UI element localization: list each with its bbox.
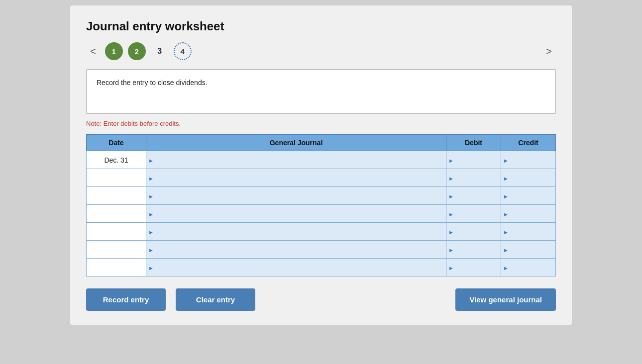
nav-row: < 1 2 3 4 > (86, 42, 556, 60)
buttons-row: Record entry Clear entry View general jo… (86, 288, 556, 311)
cell-arrow-credit: ► (503, 193, 509, 199)
credit-cell-1[interactable]: ► (501, 169, 556, 187)
credit-cell-6[interactable]: ► (501, 259, 556, 276)
table-row: ►►► (87, 223, 556, 241)
table-row: ►►► (87, 205, 556, 223)
debit-cell-1[interactable]: ► (446, 169, 501, 187)
cell-arrow-credit: ► (503, 229, 509, 235)
cell-arrow-debit: ► (448, 193, 454, 199)
step-3[interactable]: 3 (151, 42, 169, 60)
credit-cell-3[interactable]: ► (501, 205, 556, 223)
date-cell-6 (87, 259, 146, 276)
cell-arrow-debit: ► (448, 176, 454, 182)
next-arrow[interactable]: > (542, 44, 556, 59)
credit-cell-2[interactable]: ► (501, 187, 556, 205)
date-cell-5 (87, 241, 146, 259)
table-row: ►►► (87, 187, 556, 205)
description-box: Record the entry to close dividends. (86, 69, 556, 114)
step-2[interactable]: 2 (128, 42, 146, 60)
worksheet-card: Journal entry worksheet < 1 2 3 4 > Reco… (70, 5, 572, 325)
col-header-debit: Debit (446, 135, 501, 151)
step-4[interactable]: 4 (174, 42, 192, 60)
prev-arrow[interactable]: < (86, 44, 100, 59)
view-general-journal-button[interactable]: View general journal (455, 288, 556, 311)
cell-arrow-journal: ► (148, 193, 154, 199)
page-title: Journal entry worksheet (86, 19, 556, 33)
cell-arrow-debit: ► (448, 247, 454, 253)
table-row: ►►► (87, 169, 556, 187)
debit-cell-4[interactable]: ► (446, 223, 501, 241)
credit-cell-4[interactable]: ► (501, 223, 556, 241)
cell-arrow-journal: ► (148, 211, 154, 217)
table-row: ►►► (87, 259, 556, 276)
cell-arrow-debit: ► (448, 229, 454, 235)
debit-cell-5[interactable]: ► (446, 241, 501, 259)
date-cell-2 (87, 187, 146, 205)
table-row: ►►► (87, 241, 556, 259)
cell-arrow-credit: ► (503, 247, 509, 253)
clear-entry-button[interactable]: Clear entry (176, 288, 255, 311)
credit-cell-5[interactable]: ► (501, 241, 556, 259)
debit-cell-0[interactable]: ► (446, 151, 501, 169)
col-header-credit: Credit (501, 135, 556, 151)
date-cell-1 (87, 169, 146, 187)
debit-cell-2[interactable]: ► (446, 187, 501, 205)
cell-arrow-journal: ► (148, 265, 154, 271)
cell-arrow-credit: ► (503, 211, 509, 217)
credit-cell-0[interactable]: ► (501, 151, 556, 169)
journal-cell-6[interactable]: ► (146, 259, 446, 276)
journal-cell-4[interactable]: ► (146, 223, 446, 241)
cell-arrow-debit: ► (448, 211, 454, 217)
cell-arrow-debit: ► (448, 158, 454, 164)
description-text: Record the entry to close dividends. (97, 79, 208, 87)
col-header-date: Date (87, 135, 146, 151)
cell-arrow-debit: ► (448, 265, 454, 271)
cell-arrow-journal: ► (148, 176, 154, 182)
step-1[interactable]: 1 (105, 42, 123, 60)
cell-arrow-journal: ► (148, 158, 154, 164)
cell-arrow-credit: ► (503, 265, 509, 271)
journal-cell-3[interactable]: ► (146, 205, 446, 223)
table-row: Dec. 31►►► (87, 151, 556, 169)
date-cell-3 (87, 205, 146, 223)
date-cell-0: Dec. 31 (87, 151, 146, 169)
cell-arrow-credit: ► (503, 158, 509, 164)
cell-arrow-credit: ► (503, 176, 509, 182)
note-text: Note: Enter debits before credits. (86, 120, 556, 127)
record-entry-button[interactable]: Record entry (86, 288, 166, 311)
journal-cell-0[interactable]: ► (146, 151, 446, 169)
journal-cell-2[interactable]: ► (146, 187, 446, 205)
cell-arrow-journal: ► (148, 229, 154, 235)
col-header-journal: General Journal (146, 135, 446, 151)
journal-table: Date General Journal Debit Credit Dec. 3… (86, 134, 556, 276)
date-cell-4 (87, 223, 146, 241)
journal-cell-1[interactable]: ► (146, 169, 446, 187)
cell-arrow-journal: ► (148, 247, 154, 253)
journal-cell-5[interactable]: ► (146, 241, 446, 259)
debit-cell-3[interactable]: ► (446, 205, 501, 223)
debit-cell-6[interactable]: ► (446, 259, 501, 276)
